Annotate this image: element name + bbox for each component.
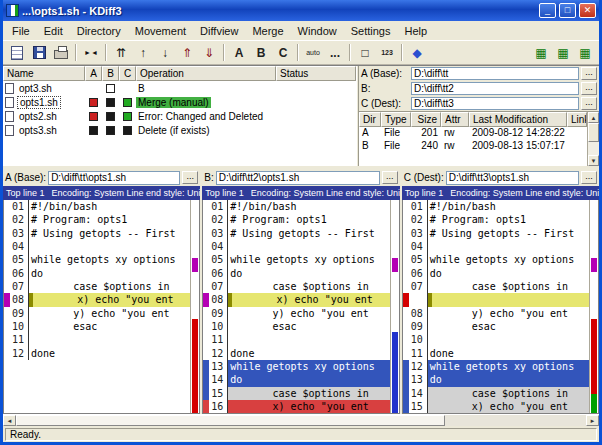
open-file-button[interactable] <box>6 42 28 63</box>
browse-button[interactable]: ... <box>581 97 597 110</box>
select-line-a-button[interactable]: A <box>228 42 250 63</box>
code-line[interactable]: 16 x) echo "you ent <box>203 400 389 413</box>
menu-merge[interactable]: Merge <box>245 23 290 39</box>
pane-a-path-input[interactable]: D:\diff\tt\opts1.sh <box>48 171 180 185</box>
code-line[interactable]: 09 y) echo "you ent <box>4 307 190 320</box>
column-header-b[interactable]: B <box>102 66 119 81</box>
code-line[interactable]: 07 case $options in <box>403 280 589 293</box>
code-line[interactable]: 02# Program: opts1 <box>203 213 389 226</box>
show-line-numbers-button[interactable]: 123 <box>376 42 398 63</box>
code-line[interactable]: 07 case $options in <box>4 280 190 293</box>
scrollbar-thumb[interactable] <box>16 415 445 426</box>
save-button[interactable] <box>28 42 50 63</box>
path-input[interactable]: D:\diff\tt <box>411 67 579 80</box>
scroll-down-icon[interactable]: ▼ <box>588 155 599 166</box>
info-column-header-dir[interactable]: Dir <box>359 112 381 127</box>
file-row[interactable]: opts3.shDelete (if exists) <box>3 123 356 137</box>
code-line[interactable]: 01#!/bin/bash <box>203 200 389 213</box>
code-line[interactable]: 08 x) echo "you ent <box>4 293 190 306</box>
code-line[interactable]: 01#!/bin/bash <box>4 200 190 213</box>
code-line[interactable]: 10 esac <box>203 320 389 333</box>
code-line[interactable]: 05while getopts xy options <box>203 253 389 266</box>
go-prev-conflict-button[interactable]: ⇑ <box>176 42 198 63</box>
code-line[interactable]: 06do <box>4 267 190 280</box>
menu-help[interactable]: Help <box>397 23 434 39</box>
show-whitespace-button[interactable]: □ <box>354 42 376 63</box>
split-view-button[interactable]: ◆ <box>406 42 428 63</box>
code-line[interactable]: 09 y) echo "you ent <box>203 307 389 320</box>
menu-window[interactable]: Window <box>291 23 344 39</box>
code-line[interactable]: 08 x) echo "you ent <box>203 293 389 306</box>
code-line[interactable]: 01#!/bin/bash <box>403 200 589 213</box>
code-line[interactable]: 03# Using getopts -- First <box>4 227 190 240</box>
column-header-operation[interactable]: Operation <box>136 66 276 81</box>
code-line[interactable]: 05while getopts xy options <box>4 253 190 266</box>
merge-options-button[interactable]: ... <box>324 42 346 63</box>
go-next-delta-button[interactable]: ↓ <box>154 42 176 63</box>
pane-a-code-area[interactable]: 01#!/bin/bash02# Program: opts103# Using… <box>4 200 190 413</box>
operation-cell[interactable]: Delete (if exists) <box>136 123 276 137</box>
scroll-right-icon[interactable]: ► <box>586 415 599 426</box>
code-line[interactable]: 15 x) echo "you ent <box>403 400 589 413</box>
browse-button[interactable]: ... <box>581 67 597 80</box>
pane-b-path-input[interactable]: D:\diff\tt2\opts1.sh <box>216 171 380 185</box>
show-window-c-button[interactable]: ▦ <box>574 42 596 63</box>
code-line[interactable]: 04 <box>203 240 389 253</box>
pane-a-browse-button[interactable]: ... <box>182 171 198 184</box>
file-row[interactable]: opt3.shB <box>3 81 356 95</box>
menu-file[interactable]: File <box>5 23 37 39</box>
show-window-a-button[interactable]: ▦ <box>530 42 552 63</box>
code-line[interactable]: 12done <box>4 347 190 360</box>
code-line[interactable]: 11done <box>403 347 589 360</box>
code-line[interactable]: 11 <box>4 333 190 346</box>
code-line[interactable]: 14 case $options in <box>403 387 589 400</box>
code-line[interactable] <box>403 293 589 306</box>
column-header-name[interactable]: Name <box>3 66 85 81</box>
browse-button[interactable]: ... <box>581 82 597 95</box>
code-line[interactable]: 02# Program: opts1 <box>4 213 190 226</box>
menu-directory[interactable]: Directory <box>70 23 128 39</box>
info-vertical-scrollbar[interactable]: ▲ ▼ <box>587 112 599 166</box>
path-input[interactable]: D:\diff\tt3 <box>411 97 579 110</box>
go-prev-delta-button[interactable]: ↑ <box>132 42 154 63</box>
show-window-b-button[interactable]: ▦ <box>552 42 574 63</box>
info-column-header-last-modification[interactable]: Last Modification <box>469 112 567 127</box>
pane-b-code-area[interactable]: 01#!/bin/bash02# Program: opts103# Using… <box>203 200 389 413</box>
code-line[interactable]: 05while getopts xy options <box>403 253 589 266</box>
pane-b-overview-column[interactable] <box>390 200 399 413</box>
column-header-status[interactable]: Status <box>276 66 356 81</box>
menu-settings[interactable]: Settings <box>344 23 398 39</box>
code-line[interactable]: 08 y) echo "you ent <box>403 307 589 320</box>
pane-c-path-input[interactable]: D:\diff\tt3\opts1.sh <box>446 171 579 185</box>
pane-b-browse-button[interactable]: ... <box>382 171 398 184</box>
print-button[interactable] <box>50 42 72 63</box>
operation-cell[interactable]: B <box>136 81 276 95</box>
code-line[interactable]: 04 <box>403 240 589 253</box>
info-column-header-type[interactable]: Type <box>381 112 411 127</box>
code-line[interactable]: 06do <box>403 267 589 280</box>
code-line[interactable]: 07 case $options in <box>203 280 389 293</box>
menu-movement[interactable]: Movement <box>128 23 193 39</box>
code-line[interactable]: 12while getopts xy options <box>403 360 589 373</box>
scrollbar-track[interactable] <box>588 123 599 155</box>
code-line[interactable]: 06do <box>203 267 389 280</box>
info-table-row[interactable]: AFile201rw2009-08-12 14:28:22 <box>359 127 587 140</box>
code-line[interactable]: 11 <box>203 333 389 346</box>
code-line[interactable]: 10 <box>403 333 589 346</box>
code-line[interactable]: 12done <box>203 347 389 360</box>
select-line-b-button[interactable]: B <box>250 42 272 63</box>
file-row[interactable]: opts2.shError: Changed and Deleted <box>3 109 356 123</box>
pane-a-overview-column[interactable] <box>190 200 199 413</box>
pane-c-browse-button[interactable]: ... <box>581 171 597 184</box>
code-line[interactable]: 03# Using getopts -- First <box>403 227 589 240</box>
code-line[interactable]: 13while getopts xy options <box>203 360 389 373</box>
file-row[interactable]: opts1.shMerge (manual) <box>3 95 356 109</box>
maximize-button[interactable]: □ <box>559 3 576 18</box>
code-line[interactable]: 15 case $options in <box>203 387 389 400</box>
info-column-header-link-destination[interactable]: Link-Destination <box>567 112 587 127</box>
scroll-up-icon[interactable]: ▲ <box>588 112 599 123</box>
info-column-header-attr[interactable]: Attr <box>441 112 469 127</box>
code-line[interactable]: 14do <box>203 373 389 386</box>
auto-advance-button[interactable]: auto <box>302 42 324 63</box>
select-line-c-button[interactable]: C <box>272 42 294 63</box>
